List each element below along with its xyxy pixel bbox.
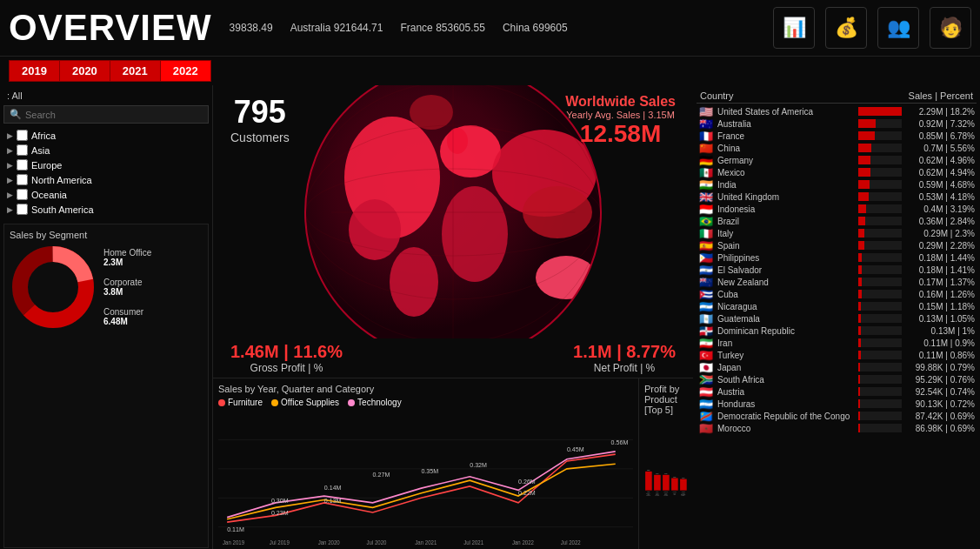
svg-text:0.30M: 0.30M <box>271 497 289 505</box>
country-row: 🇮🇳 India 0.59M | 4.68% <box>697 178 977 191</box>
country-name: Mexico <box>717 168 855 177</box>
country-flag: 🇮🇳 <box>698 179 714 190</box>
expand-icon: ▶ <box>7 191 13 199</box>
gross-profit: 1.46M | 11.6% Gross Profit | % <box>230 342 343 374</box>
country-flag: 🇩🇴 <box>698 325 714 336</box>
checkbox-oceania[interactable] <box>17 189 28 200</box>
country-flag: 🇭🇳 <box>698 398 714 409</box>
stat-0: 39838.49 <box>230 22 273 34</box>
country-row: 🇮🇹 Italy 0.29M | 2.3% <box>697 227 977 239</box>
country-flag: 🇹🇷 <box>698 350 714 360</box>
country-name: Spain <box>717 241 855 251</box>
icon-user[interactable]: 🧑 <box>930 7 971 49</box>
search-input[interactable] <box>25 110 203 120</box>
customers-text: Customers <box>230 131 290 144</box>
left-panel: : All 🔍 ▶ Africa ▶ Asia ▶ Europe ▶ <box>0 85 213 549</box>
country-row: 🇪🇸 Spain 0.29M | 2.28% <box>697 239 977 251</box>
region-south-america[interactable]: ▶ South America <box>3 202 209 217</box>
country-sales: 2.29M | 18.2% <box>905 107 975 117</box>
country-sales: 99.88K | 0.79% <box>905 363 975 372</box>
country-row: 🇧🇷 Brazil 0.36M | 2.84% <box>697 215 977 227</box>
country-row: 🇦🇹 Austria 92.54K | 0.74% <box>697 385 977 398</box>
region-label: Africa <box>31 131 56 141</box>
country-sales: 0.4M | 3.19% <box>905 204 975 214</box>
icon-report[interactable]: 📊 <box>773 7 815 49</box>
seg-consumer-label: Consumer <box>103 307 151 317</box>
svg-rect-54 <box>671 479 678 491</box>
region-north-america[interactable]: ▶ North America <box>3 172 209 187</box>
country-bar-container <box>858 229 902 238</box>
checkbox-north-america[interactable] <box>17 174 28 185</box>
country-bar-container <box>858 326 902 335</box>
svg-text:Jul 2022: Jul 2022 <box>561 539 581 545</box>
stat-1: Australia 921644.71 <box>290 22 383 34</box>
country-flag: 🇦🇺 <box>698 118 714 129</box>
worldwide-title: Worldwide Sales <box>565 94 676 110</box>
country-bar-container <box>858 278 902 286</box>
worldwide-label: Worldwide Sales Yearly Avg. Sales | 3.15… <box>565 94 676 148</box>
tab-2021[interactable]: 2021 <box>110 60 160 82</box>
svg-text:0.14M: 0.14M <box>324 484 342 492</box>
seg-home-office-value: 2.3M <box>103 258 151 267</box>
svg-text:Jul 2020: Jul 2020 <box>367 539 387 545</box>
header: OVERVIEW 39838.49 Australia 921644.71 Fr… <box>0 0 980 57</box>
search-box: 🔍 <box>3 105 209 124</box>
country-sales: 0.16M | 1.26% <box>905 290 975 299</box>
svg-text:17K: 17K <box>656 472 659 474</box>
country-name: China <box>717 144 855 153</box>
country-flag: 🇿🇦 <box>698 374 714 385</box>
tab-2022[interactable]: 2022 <box>160 60 211 82</box>
country-bar-container <box>858 180 902 189</box>
svg-text:0.35M: 0.35M <box>421 467 438 475</box>
svg-text:0.26M: 0.26M <box>518 477 536 485</box>
country-bar <box>858 156 870 164</box>
region-label: North America <box>31 175 92 185</box>
seg-consumer-value: 6.48M <box>103 317 151 326</box>
region-europe[interactable]: ▶ Europe <box>3 157 209 172</box>
country-bar-container <box>858 144 902 152</box>
checkbox-south-america[interactable] <box>17 204 28 215</box>
country-sales: 0.11M | 0.86% <box>905 351 975 360</box>
country-row: 🇬🇧 United Kingdom 0.53M | 4.18% <box>697 191 977 203</box>
checkbox-asia[interactable] <box>17 144 28 156</box>
country-sales: 0.18M | 1.44% <box>905 253 975 263</box>
svg-text:Cisco: Cisco <box>656 492 658 492</box>
svg-text:Jan 2020: Jan 2020 <box>318 539 340 545</box>
country-bar <box>858 278 862 286</box>
svg-text:12K: 12K <box>673 476 677 478</box>
svg-text:0.22M: 0.22M <box>518 489 536 497</box>
svg-text:Sauder: Sauder <box>682 492 685 492</box>
region-asia[interactable]: ▶ Asia <box>3 143 209 157</box>
checkbox-europe[interactable] <box>17 159 28 171</box>
country-name: India <box>717 180 855 190</box>
country-sales: 0.92M | 7.32% <box>905 119 975 129</box>
country-name: Austria <box>717 387 855 397</box>
country-name: Philippines <box>717 253 855 263</box>
country-row: 🇨🇳 China 0.7M | 5.56% <box>697 142 977 154</box>
country-name: United Kingdom <box>717 192 855 202</box>
country-flag: 🇮🇷 <box>698 338 714 348</box>
region-africa[interactable]: ▶ Africa <box>3 128 209 143</box>
main-content: : All 🔍 ▶ Africa ▶ Asia ▶ Europe ▶ <box>0 85 980 549</box>
region-oceania[interactable]: ▶ Oceania <box>3 187 209 202</box>
checkbox-africa[interactable] <box>17 130 28 141</box>
svg-text:Jul 2021: Jul 2021 <box>463 539 483 545</box>
country-bar <box>858 387 860 396</box>
right-panel[interactable]: Country Sales | Percent 🇺🇸 United States… <box>693 85 980 549</box>
icon-finance[interactable]: 💰 <box>825 7 867 49</box>
country-bar <box>858 314 861 323</box>
net-profit: 1.1M | 8.77% Net Profit | % <box>573 342 676 374</box>
country-name: Italy <box>717 229 855 238</box>
region-label: Europe <box>31 160 62 171</box>
country-row: 🇯🇵 Japan 99.88K | 0.79% <box>697 361 977 373</box>
tab-2020[interactable]: 2020 <box>59 60 110 82</box>
customers-number: 795 <box>230 94 290 131</box>
country-row: 🇫🇷 France 0.85M | 6.78% <box>697 130 977 142</box>
segment-content: Home Office 2.3M Corporate 3.8M Consumer… <box>10 244 203 331</box>
country-bar <box>858 351 861 359</box>
tab-2019[interactable]: 2019 <box>9 60 59 82</box>
profit-product-area: Profit by Product [Top 5] 25K 17K 17K 12… <box>639 378 693 549</box>
svg-text:Red: Red <box>674 494 677 495</box>
svg-text:0.56M: 0.56M <box>611 439 629 446</box>
icon-team[interactable]: 👥 <box>877 7 919 49</box>
